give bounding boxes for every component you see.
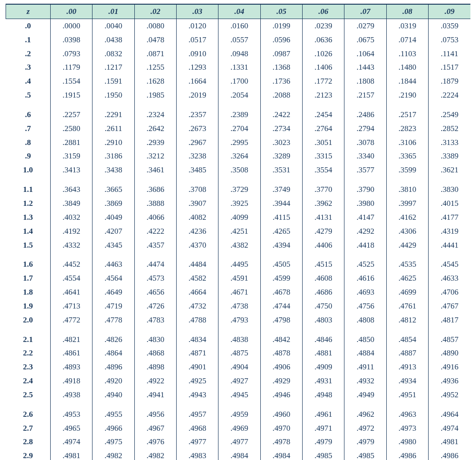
cell: .2019 — [176, 88, 218, 102]
spacer-cell — [386, 252, 428, 257]
table-row: .8.2881.2910.2939.2967.2995.3023.3051.30… — [6, 136, 471, 150]
table-row: 1.4.4192.4207.4222.4236.4251.4265.4279.4… — [6, 224, 471, 238]
cell: .4719 — [93, 299, 134, 313]
cell: .0438 — [93, 33, 134, 47]
cell: .4850 — [344, 333, 386, 347]
spacer-row — [6, 252, 471, 257]
cell: .4890 — [429, 346, 470, 360]
cell: .4975 — [93, 435, 134, 449]
spacer-cell — [260, 102, 302, 108]
cell: .4131 — [303, 210, 344, 224]
cell: .4049 — [93, 210, 134, 224]
cell: .4222 — [134, 224, 176, 238]
cell: .3186 — [93, 149, 134, 163]
cell: .4967 — [134, 421, 176, 435]
cell: .4909 — [303, 360, 344, 374]
cell: .4838 — [218, 333, 260, 347]
cell: .4505 — [260, 257, 302, 271]
cell: .2939 — [134, 136, 176, 150]
cell: .4904 — [218, 360, 260, 374]
cell: .4582 — [176, 271, 218, 285]
spacer-cell — [260, 402, 302, 407]
cell: .2324 — [134, 108, 176, 122]
cell: .4147 — [344, 210, 386, 224]
cell: .4970 — [260, 421, 302, 435]
header-col: .05 — [260, 4, 302, 19]
cell: .1950 — [93, 88, 134, 102]
cell: .3078 — [344, 136, 386, 150]
cell: .4861 — [50, 346, 92, 360]
cell: .4441 — [429, 238, 470, 252]
cell: .4803 — [303, 313, 344, 327]
cell: .0279 — [344, 19, 386, 33]
cell: .4980 — [386, 435, 428, 449]
cell: .4812 — [386, 313, 428, 327]
cell: .2881 — [50, 136, 92, 150]
row-label: .9 — [6, 149, 51, 163]
z-table: z .00 .01 .02 .03 .04 .05 .06 .07 .08 .0… — [6, 4, 470, 460]
cell: .3810 — [386, 183, 428, 197]
spacer-cell — [303, 252, 344, 257]
spacer-row — [6, 177, 471, 183]
cell: .2704 — [218, 122, 260, 136]
cell: .4099 — [218, 210, 260, 224]
cell: .4964 — [429, 407, 470, 421]
cell: .0120 — [176, 19, 218, 33]
cell: .4960 — [260, 407, 302, 421]
cell: .4943 — [176, 388, 218, 402]
cell: .4946 — [260, 388, 302, 402]
cell: .2257 — [50, 108, 92, 122]
cell: .4986 — [386, 449, 428, 460]
cell: .2517 — [386, 108, 428, 122]
cell: .0714 — [386, 33, 428, 47]
cell: .3997 — [386, 197, 428, 210]
cell: .4406 — [303, 238, 344, 252]
cell: .1628 — [134, 74, 176, 88]
cell: .4965 — [50, 421, 92, 435]
cell: .4972 — [344, 421, 386, 435]
cell: .4573 — [134, 271, 176, 285]
row-label: .7 — [6, 122, 51, 136]
cell: .0871 — [134, 47, 176, 61]
table-row: 1.7.4554.4564.4573.4582.4591.4599.4608.4… — [6, 271, 471, 285]
cell: .2054 — [218, 88, 260, 102]
cell: .1064 — [344, 47, 386, 61]
cell: .3389 — [429, 149, 470, 163]
spacer-cell — [218, 402, 260, 407]
cell: .4961 — [303, 407, 344, 421]
cell: .4525 — [344, 257, 386, 271]
cell: .4978 — [260, 435, 302, 449]
spacer-cell — [93, 177, 134, 183]
spacer-cell — [260, 252, 302, 257]
cell: .4808 — [344, 313, 386, 327]
header-col: .02 — [134, 4, 176, 19]
cell: .3508 — [218, 163, 260, 177]
cell: .3315 — [303, 149, 344, 163]
cell: .4625 — [386, 271, 428, 285]
spacer-cell — [50, 102, 92, 108]
cell: .0517 — [176, 33, 218, 47]
cell: .4788 — [176, 313, 218, 327]
spacer-cell — [93, 102, 134, 108]
cell: .1664 — [176, 74, 218, 88]
cell: .4956 — [134, 407, 176, 421]
table-row: 2.3.4893.4896.4898.4901.4904.4906.4909.4… — [6, 360, 471, 374]
cell: .4931 — [303, 374, 344, 388]
cell: .4887 — [386, 346, 428, 360]
row-label: 2.9 — [6, 449, 51, 460]
cell: .4884 — [344, 346, 386, 360]
cell: .4974 — [429, 421, 470, 435]
cell: .4945 — [218, 388, 260, 402]
cell: .4925 — [176, 374, 218, 388]
cell: .4896 — [93, 360, 134, 374]
spacer-cell — [344, 252, 386, 257]
row-label: .1 — [6, 33, 51, 47]
cell: .4826 — [93, 333, 134, 347]
cell: .2611 — [93, 122, 134, 136]
cell: .4015 — [429, 197, 470, 210]
row-label: 1.7 — [6, 271, 51, 285]
cell: .0398 — [50, 33, 92, 47]
cell: .3830 — [429, 183, 470, 197]
spacer-cell — [6, 402, 51, 407]
spacer-cell — [303, 102, 344, 108]
